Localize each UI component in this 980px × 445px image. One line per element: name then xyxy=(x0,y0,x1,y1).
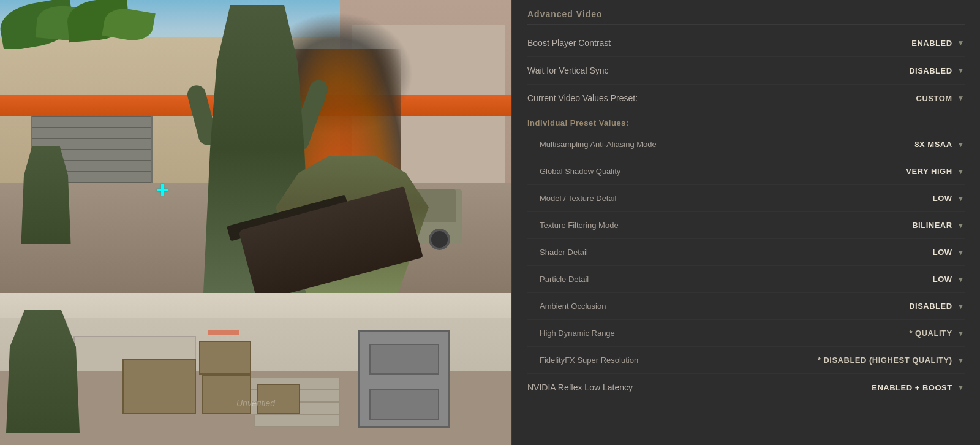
setting-label-fidelityfx: FidelityFX Super Resolution xyxy=(540,356,638,365)
chevron-down-icon: ▼ xyxy=(957,66,965,75)
setting-label-shadow-quality: Global Shadow Quality xyxy=(540,167,620,176)
chevron-down-icon: ▼ xyxy=(957,221,965,230)
setting-label-msaa: Multisampling Anti-Aliasing Mode xyxy=(540,140,657,149)
chevron-down-icon: ▼ xyxy=(957,194,965,203)
crates xyxy=(123,341,306,414)
setting-label-shader-detail: Shader Detail xyxy=(540,248,588,257)
chevron-down-icon: ▼ xyxy=(957,140,965,149)
screenshot-bottom: Unverified xyxy=(0,293,511,445)
chevron-down-icon: ▼ xyxy=(957,383,965,392)
chevron-down-icon: ▼ xyxy=(957,329,965,338)
setting-label-preset: Current Video Values Preset: xyxy=(527,93,638,103)
setting-label-hdr: High Dynamic Range xyxy=(540,329,615,338)
setting-row-particle-detail: Particle Detail LOW ▼ xyxy=(527,266,965,293)
setting-label-particle-detail: Particle Detail xyxy=(540,275,589,284)
setting-row-ambient-occlusion: Ambient Occlusion DISABLED ▼ xyxy=(527,293,965,320)
setting-value-model-texture[interactable]: LOW ▼ xyxy=(933,194,965,203)
setting-label-texture-filtering: Texture Filtering Mode xyxy=(540,221,619,230)
chevron-down-icon: ▼ xyxy=(957,275,965,284)
setting-row-vsync: Wait for Vertical Sync DISABLED ▼ xyxy=(527,57,965,85)
setting-row-model-texture: Model / Texture Detail LOW ▼ xyxy=(527,185,965,212)
setting-label-vsync: Wait for Vertical Sync xyxy=(527,66,609,75)
setting-label-ambient-occlusion: Ambient Occlusion xyxy=(540,302,606,311)
section-title: Advanced Video xyxy=(527,9,965,25)
bottom-player xyxy=(6,310,80,433)
chevron-down-icon: ▼ xyxy=(957,356,965,365)
setting-value-vsync[interactable]: DISABLED ▼ xyxy=(909,66,965,75)
setting-row-shader-detail: Shader Detail LOW ▼ xyxy=(527,239,965,266)
setting-value-fidelityfx[interactable]: * DISABLED (HIGHEST QUALITY) ▼ xyxy=(818,356,965,365)
setting-row-preset: Current Video Values Preset: CUSTOM ▼ xyxy=(527,85,965,112)
setting-row-shadow-quality: Global Shadow Quality VERY HIGH ▼ xyxy=(527,158,965,185)
scene-bottom: Unverified xyxy=(0,293,511,445)
setting-value-boost-contrast[interactable]: ENABLED ▼ xyxy=(911,39,965,48)
setting-value-preset[interactable]: CUSTOM ▼ xyxy=(916,94,965,103)
player-small-left xyxy=(18,146,74,244)
setting-row-fidelityfx: FidelityFX Super Resolution * DISABLED (… xyxy=(527,347,965,374)
watermark-text: Unverified xyxy=(236,398,275,408)
crosshair xyxy=(150,178,175,202)
screenshot-top xyxy=(0,0,511,293)
setting-row-texture-filtering: Texture Filtering Mode BILINEAR ▼ xyxy=(527,212,965,239)
chevron-down-icon: ▼ xyxy=(957,167,965,176)
setting-label-model-texture: Model / Texture Detail xyxy=(540,194,617,203)
setting-value-hdr[interactable]: * QUALITY ▼ xyxy=(909,329,965,338)
setting-label-boost-contrast: Boost Player Contrast xyxy=(527,38,611,48)
setting-value-nvidia-reflex[interactable]: ENABLED + BOOST ▼ xyxy=(872,383,965,392)
setting-row-boost-contrast: Boost Player Contrast ENABLED ▼ xyxy=(527,29,965,57)
chevron-down-icon: ▼ xyxy=(957,94,965,102)
metal-door xyxy=(358,330,450,428)
setting-value-msaa[interactable]: 8X MSAA ▼ xyxy=(914,140,965,149)
setting-value-ambient-occlusion[interactable]: DISABLED ▼ xyxy=(909,302,965,311)
setting-label-nvidia-reflex: NVIDIA Reflex Low Latency xyxy=(527,382,633,392)
setting-value-particle-detail[interactable]: LOW ▼ xyxy=(933,275,965,284)
sub-section-header: Individual Preset Values: xyxy=(527,112,965,131)
chevron-down-icon: ▼ xyxy=(957,248,965,257)
setting-row-nvidia-reflex: NVIDIA Reflex Low Latency ENABLED + BOOS… xyxy=(527,374,965,401)
setting-value-shadow-quality[interactable]: VERY HIGH ▼ xyxy=(906,167,965,176)
setting-row-hdr: High Dynamic Range * QUALITY ▼ xyxy=(527,320,965,347)
scene-top xyxy=(0,0,511,293)
setting-value-texture-filtering[interactable]: BILINEAR ▼ xyxy=(912,221,965,230)
weapon-foreground xyxy=(214,109,429,293)
chevron-down-icon: ▼ xyxy=(957,302,965,311)
chevron-down-icon: ▼ xyxy=(957,39,965,47)
setting-value-shader-detail[interactable]: LOW ▼ xyxy=(933,248,965,257)
settings-panel: Advanced Video Boost Player Contrast ENA… xyxy=(511,0,980,445)
setting-row-msaa: Multisampling Anti-Aliasing Mode 8X MSAA… xyxy=(527,131,965,158)
game-screenshots-panel: Unverified xyxy=(0,0,511,445)
